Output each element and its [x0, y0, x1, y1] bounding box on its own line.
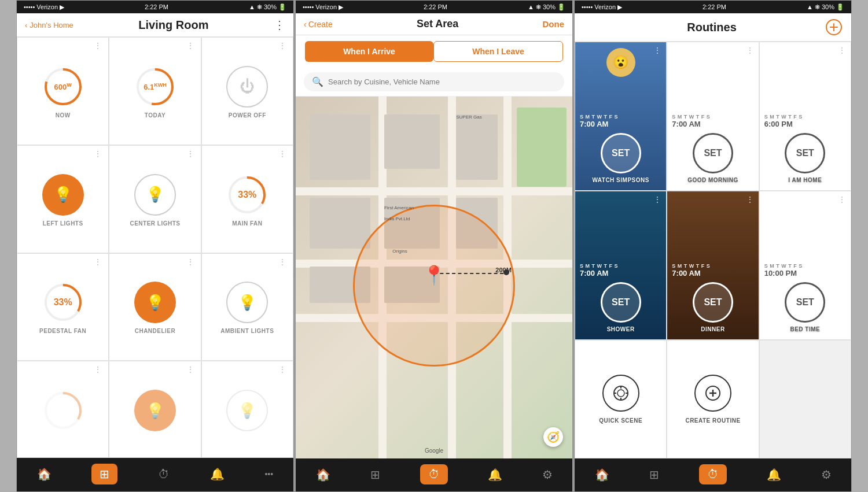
card-dots-home[interactable]: ⋮	[838, 46, 846, 55]
nav-bell-3[interactable]: 🔔	[767, 468, 781, 482]
quick-scene-card[interactable]: QUICK SCENE	[575, 340, 667, 458]
cell-dots-pedestal[interactable]: ⋮	[94, 257, 102, 267]
shower-set-btn[interactable]: SET	[601, 282, 641, 323]
dinner-set-btn[interactable]: SET	[693, 282, 733, 323]
cell-dots-left[interactable]: ⋮	[94, 149, 102, 158]
page-title-3: Routines	[687, 21, 737, 34]
cell-center-lights[interactable]: ⋮ 💡 CENTER LIGHTS	[109, 145, 201, 253]
bulb-icon-chandelier: 💡	[146, 294, 164, 312]
back-button-2[interactable]: ‹ Create	[304, 20, 333, 29]
when-leave-btn[interactable]: When I Leave	[433, 41, 563, 62]
cell-dots-chandelier[interactable]: ⋮	[186, 257, 195, 267]
card-dots-dinner[interactable]: ⋮	[746, 195, 754, 204]
nav-more-1[interactable]: •••	[264, 469, 273, 479]
cell-main-fan[interactable]: ⋮ 33% MAIN FAN	[201, 145, 293, 253]
cell-dots-r41[interactable]: ⋮	[94, 365, 102, 374]
routine-watch-simpsons[interactable]: 😮 ⋮ S M T W T F S 7:00 AM SET WATCH SIMP…	[575, 42, 667, 191]
cell-dots-r42[interactable]: ⋮	[186, 365, 195, 374]
nav-grid-3[interactable]: ⊞	[649, 468, 659, 482]
status-bar-2: ••••• Verizon ▶ 2:22 PM ▲ ❋ 30% 🔋	[296, 1, 572, 13]
cell-row4-2[interactable]: ⋮ 💡	[109, 361, 201, 458]
nav-clock-2[interactable]: ⏱	[420, 464, 448, 484]
carrier-1: ••••• Verizon ▶	[24, 3, 64, 11]
quick-scene-icon-circle	[602, 375, 639, 412]
home-set-btn[interactable]: SET	[785, 133, 825, 173]
nav-clock-1[interactable]: ⏱	[158, 468, 170, 481]
cell-chandelier[interactable]: ⋮ 💡 CHANDELIER	[109, 253, 201, 361]
time-2: 2:22 PM	[424, 3, 447, 10]
card-dots-simpsons[interactable]: ⋮	[653, 46, 661, 55]
nav-gear-3[interactable]: ⚙	[821, 468, 832, 482]
nav-gear-2[interactable]: ⚙	[542, 468, 553, 482]
svg-point-11	[617, 390, 624, 397]
cell-pedestal-fan[interactable]: ⋮ 33% PEDESTAL FAN	[17, 253, 109, 361]
row4-2-icon: 💡	[134, 390, 176, 431]
routine-shower[interactable]: ⋮ S M T W T F S 7:00 AM SET SHOWER	[575, 191, 667, 340]
nav-home-2[interactable]: 🏠	[316, 468, 330, 482]
routine-good-morning[interactable]: ⋮ S M T W T F S 7:00 AM SET GOOD MORNING	[667, 42, 759, 191]
shower-name: SHOWER	[607, 326, 635, 332]
search-input[interactable]	[328, 77, 556, 86]
gauge-today: 6.1KWH	[134, 66, 176, 108]
create-routine-card[interactable]: CREATE ROUTINE	[667, 340, 759, 458]
cell-dots-today[interactable]: ⋮	[186, 41, 195, 50]
card-dots-shower[interactable]: ⋮	[653, 195, 661, 204]
cell-left-lights[interactable]: ⋮ 💡 LEFT LIGHTS	[17, 145, 109, 253]
time-3: 2:22 PM	[703, 3, 726, 10]
back-button-1[interactable]: ‹ John's Home	[25, 21, 73, 29]
bed-set-btn[interactable]: SET	[785, 282, 825, 323]
cell-dots-r43[interactable]: ⋮	[278, 365, 287, 374]
simpsons-set-btn[interactable]: SET	[601, 133, 641, 173]
cell-dots-ambient[interactable]: ⋮	[278, 257, 287, 267]
routine-i-am-home[interactable]: ⋮ S M T W T F S 6:00 PM SET I AM HOME	[759, 42, 851, 191]
carrier-3: ••••• Verizon ▶	[582, 3, 622, 11]
phone-1: ••••• Verizon ▶ 2:22 PM ▲ ❋ 30% 🔋 ‹ John…	[16, 0, 294, 492]
morning-set-btn[interactable]: SET	[693, 133, 733, 173]
dinner-days: S M T W T F S	[667, 258, 715, 269]
nav-bell-2[interactable]: 🔔	[488, 468, 502, 482]
gauge-pedestal: 33%	[42, 282, 84, 323]
bottom-nav-3: 🏠 ⊞ ⏱ 🔔 ⚙	[575, 458, 851, 491]
cell-row4-3[interactable]: ⋮ 💡	[201, 361, 293, 458]
cell-dots-now[interactable]: ⋮	[94, 41, 102, 50]
bed-name: BED TIME	[790, 326, 820, 332]
nav-clock-3[interactable]: ⏱	[699, 464, 727, 484]
morning-name: GOOD MORNING	[687, 177, 738, 183]
map-area[interactable]: 📍 200M First American India Pvt.Ltd Orig…	[296, 97, 572, 458]
status-bar-1: ••••• Verizon ▶ 2:22 PM ▲ ❋ 30% 🔋	[17, 1, 293, 13]
when-arrive-btn[interactable]: When I Arrive	[305, 41, 433, 62]
cell-label-pedestal: PEDESTAL FAN	[39, 328, 86, 334]
nav-home-3[interactable]: 🏠	[595, 468, 609, 482]
bulb-icon-r42: 💡	[146, 402, 164, 420]
gauge-fan: 33%	[226, 174, 268, 216]
cell-row4-1[interactable]: ⋮	[17, 361, 109, 458]
phone3-header: Routines +	[575, 13, 851, 42]
nav-home-1[interactable]: 🏠	[37, 467, 52, 481]
menu-dots-1[interactable]: ⋮	[274, 18, 285, 32]
cell-ambient-lights[interactable]: ⋮ 💡 AMBIENT LIGHTS	[201, 253, 293, 361]
routine-dinner[interactable]: ⋮ S M T W T F S 7:00 AM SET DINNER	[667, 191, 759, 340]
add-routine-button[interactable]: +	[826, 19, 842, 35]
cell-dots-fan[interactable]: ⋮	[278, 149, 287, 158]
nav-grid-2[interactable]: ⊞	[370, 468, 380, 482]
routine-bed-time[interactable]: ⋮ S M T W T F S 10:00 PM SET BED TIME	[759, 191, 851, 340]
cell-today[interactable]: ⋮ 6.1KWH TODAY	[109, 37, 201, 145]
card-dots-morning[interactable]: ⋮	[746, 46, 754, 55]
card-dots-bed[interactable]: ⋮	[838, 195, 846, 204]
cell-label-ambient: AMBIENT LIGHTS	[220, 328, 274, 334]
nav-bell-1[interactable]: 🔔	[210, 467, 225, 481]
nav-grid-1[interactable]: ⊞	[91, 464, 117, 484]
power-icon-circle: ⏻	[226, 66, 268, 108]
page-title-2: Set Area	[417, 18, 458, 30]
cell-power-off[interactable]: ⋮ ⏻ POWER OFF	[201, 37, 293, 145]
compass-button[interactable]: 🧭	[543, 427, 563, 447]
search-bar: 🔍	[296, 68, 572, 97]
cell-now[interactable]: ⋮ 600W NOW	[17, 37, 109, 145]
chandelier-icon: 💡	[134, 282, 176, 323]
cell-dots-center[interactable]: ⋮	[186, 149, 195, 158]
search-input-wrap: 🔍	[304, 72, 564, 91]
map-background: 📍 200M First American India Pvt.Ltd Orig…	[296, 97, 572, 458]
done-button[interactable]: Done	[542, 19, 564, 29]
bulb-icon-center: 💡	[146, 186, 164, 204]
cell-dots-power[interactable]: ⋮	[278, 41, 287, 50]
